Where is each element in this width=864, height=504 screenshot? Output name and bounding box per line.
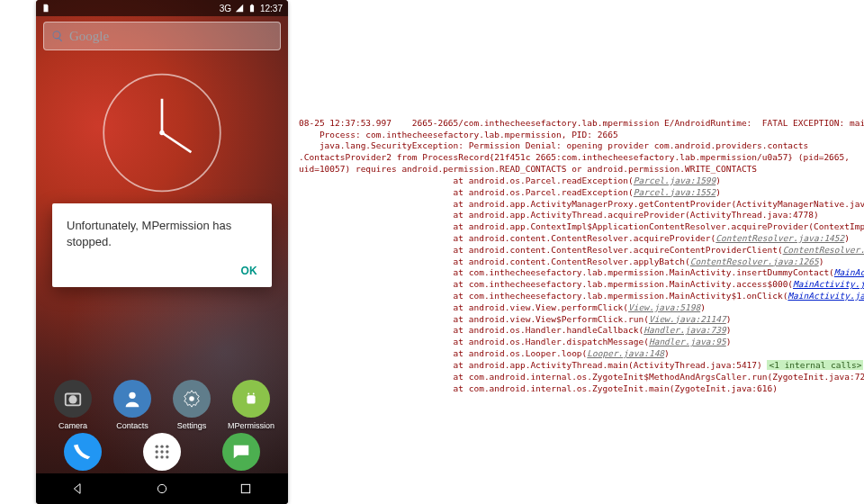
svg-point-9: [248, 393, 249, 395]
log-line: .ContactsProvider2 from ProcessRecord{21…: [299, 152, 850, 162]
log-line: at android.app.ActivityThread.main(Activ…: [299, 360, 767, 370]
svg-point-11: [156, 446, 158, 448]
log-link[interactable]: ContentResolver.java:1452: [716, 233, 844, 243]
log-link[interactable]: Parcel.java:1552: [634, 187, 716, 197]
search-bar[interactable]: Google: [43, 22, 281, 50]
log-link[interactable]: MainActivity.java:26: [793, 279, 864, 289]
apps-icon: [153, 443, 171, 461]
log-line: at com.inthecheesefactory.lab.mpermissio…: [299, 291, 788, 301]
app-settings[interactable]: Settings: [166, 380, 217, 430]
svg-point-18: [160, 455, 163, 458]
svg-rect-8: [247, 395, 255, 403]
svg-point-19: [166, 455, 168, 458]
log-line: at com.inthecheesefactory.lab.mpermissio…: [299, 267, 834, 277]
message-icon: [231, 442, 251, 462]
status-bar: 3G 12:37: [36, 0, 288, 16]
log-link[interactable]: Handler.java:95: [649, 337, 726, 346]
log-line: at android.app.ActivityManagerProxy.getC…: [299, 199, 864, 209]
log-line: at com.android.internal.os.ZygoteInit$Me…: [299, 372, 864, 382]
android-icon: [241, 389, 261, 409]
android-navbar: [36, 473, 288, 504]
log-line: uid=10057) requires android.permission.R…: [299, 164, 757, 174]
dialog-message: Unfortunately, MPermission has stopped.: [67, 218, 257, 249]
svg-point-12: [160, 446, 163, 448]
svg-point-10: [253, 393, 255, 395]
log-link[interactable]: Looper.java:148: [587, 348, 664, 358]
svg-point-20: [158, 484, 166, 492]
log-link[interactable]: ContentResolver.java:1265: [690, 256, 819, 266]
dock-messaging[interactable]: [222, 433, 260, 471]
network-label: 3G: [220, 4, 231, 14]
log-line: java.lang.SecurityException: Permission …: [299, 140, 808, 150]
svg-line-2: [162, 133, 191, 153]
log-line: at android.content.ContentResolver.acqui…: [299, 233, 716, 243]
gear-icon: [182, 389, 202, 409]
log-line: at android.app.ContextImpl$ApplicationCo…: [299, 221, 864, 231]
svg-point-13: [166, 446, 168, 448]
log-line: at android.app.ActivityThread.acquirePro…: [299, 210, 819, 220]
app-label: Settings: [177, 421, 207, 430]
battery-icon: [248, 4, 256, 13]
log-line: Process: com.inthecheesefactory.lab.mper…: [299, 130, 618, 140]
svg-point-15: [160, 450, 163, 453]
log-link[interactable]: MainActivity.java:167: [834, 267, 864, 277]
search-placeholder: Google: [69, 29, 109, 44]
log-line: at android.content.ContentResolver.apply…: [299, 256, 690, 266]
svg-point-16: [166, 450, 168, 453]
log-line: at android.content.ContentResolver.acqui…: [299, 245, 783, 255]
clock-widget[interactable]: [102, 72, 223, 194]
clock-label: 12:37: [260, 4, 283, 14]
person-icon: [122, 389, 142, 409]
search-icon: [51, 30, 64, 42]
svg-rect-21: [242, 484, 250, 492]
phone-device-frame: 3G 12:37 Google Unfortunately, MPermissi…: [36, 0, 288, 504]
svg-point-3: [159, 130, 164, 135]
log-line: at android.os.Looper.loop(: [299, 348, 587, 358]
log-line: at com.android.internal.os.ZygoteInit.ma…: [299, 383, 778, 393]
camera-icon: [63, 389, 83, 409]
log-line: at com.inthecheesefactory.lab.mpermissio…: [299, 279, 793, 289]
dock-phone[interactable]: [64, 433, 102, 471]
app-camera[interactable]: Camera: [48, 380, 98, 430]
app-label: MPermission: [228, 421, 274, 430]
home-app-row: Camera Contacts Settings MPermission: [36, 380, 288, 430]
phone-icon: [73, 442, 93, 462]
log-link[interactable]: MainActivity.java:45: [788, 291, 864, 301]
log-link[interactable]: Handler.java:739: [644, 325, 726, 335]
file-icon: [41, 4, 50, 13]
dock: [36, 430, 288, 473]
log-line: at android.os.Parcel.readException(: [299, 176, 634, 185]
log-link[interactable]: ContentResolver.java:1517: [783, 245, 864, 255]
ok-button[interactable]: OK: [240, 265, 257, 277]
app-mpermission[interactable]: MPermission: [226, 380, 276, 430]
log-line: at android.view.View$PerformClick.run(: [299, 314, 649, 324]
svg-point-6: [129, 392, 135, 399]
log-link[interactable]: View.java:21147: [649, 314, 726, 324]
svg-point-17: [156, 455, 158, 458]
svg-point-4: [68, 395, 76, 403]
log-line: at android.os.Parcel.readException(: [299, 187, 634, 197]
log-internal-calls: <1 internal calls>: [767, 360, 863, 370]
svg-point-14: [156, 450, 158, 453]
log-link[interactable]: View.java:5198: [628, 302, 700, 312]
log-line: 08-25 12:37:53.997 2665-2665/com.inthech…: [299, 118, 864, 128]
crash-dialog: Unfortunately, MPermission has stopped. …: [52, 203, 272, 287]
svg-point-7: [189, 396, 194, 401]
log-line: at android.view.View.performClick(: [299, 302, 628, 312]
recent-button[interactable]: [238, 482, 253, 496]
home-button[interactable]: [155, 482, 169, 496]
app-label: Contacts: [116, 421, 148, 430]
log-line: at android.os.Handler.handleCallback(: [299, 325, 644, 335]
log-line: at android.os.Handler.dispatchMessage(: [299, 337, 649, 346]
back-button[interactable]: [71, 482, 86, 496]
signal-icon: [235, 4, 244, 13]
app-label: Camera: [58, 421, 87, 430]
app-contacts[interactable]: Contacts: [107, 380, 158, 430]
dock-apps[interactable]: [143, 433, 181, 471]
log-link[interactable]: Parcel.java:1599: [634, 176, 716, 185]
logcat-output: 08-25 12:37:53.997 2665-2665/com.inthech…: [299, 106, 860, 394]
